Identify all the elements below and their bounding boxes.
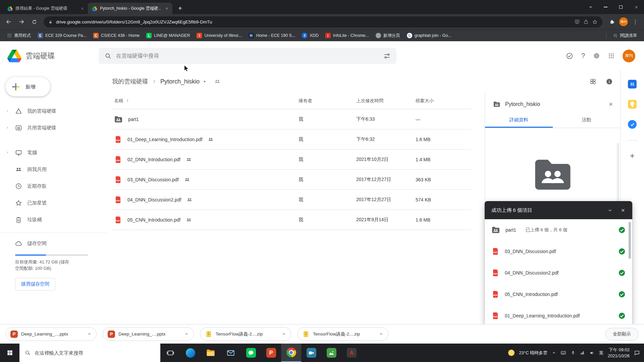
mail-icon[interactable] [221,344,241,362]
column-header-size[interactable]: 檔案大小 [416,98,471,104]
keep-icon[interactable] [628,100,637,109]
column-header-owner[interactable]: 擁有者 [299,98,356,104]
google-apps-grid-icon[interactable] [608,53,614,59]
input-language-indicator[interactable]: 英 [599,350,603,356]
settings-gear-icon[interactable] [593,52,600,59]
volume-icon[interactable] [589,350,595,356]
expand-arrow-icon[interactable] [5,151,10,154]
tab-close-icon[interactable] [164,5,170,11]
touch-keyboard-icon[interactable] [560,350,566,356]
breadcrumb-my-drive[interactable]: 我的雲端硬碟 [112,77,148,85]
column-header-modified[interactable]: 上次修改時間 [356,98,416,104]
edge-icon[interactable] [180,344,201,362]
search-options-icon[interactable] [384,53,390,59]
bookmark-newtab[interactable]: 新增分頁 [373,32,403,40]
extensions-icon[interactable] [606,16,617,27]
bookmark-ece329[interactable]: EECE 329 Course Pa... [35,32,90,40]
download-menu-chevron-icon[interactable] [184,332,189,336]
sidebar-item-my-drive[interactable]: 我的雲端硬碟 [0,103,107,119]
tab-close-icon[interactable] [79,5,85,11]
tab-details[interactable]: 詳細資料 [485,113,553,128]
expand-arrow-icon[interactable] [5,109,10,113]
get-addons-plus-icon[interactable]: + [630,152,635,160]
address-bar[interactable]: drive.google.com/drive/u/0/folders/12Gm9… [44,16,602,27]
browser-tab-pytorch-hiskio[interactable]: Pytorch_hiskio - Google 雲端硬... [88,3,172,14]
drive-search-bar[interactable] [99,48,396,64]
install-app-icon[interactable] [574,19,580,25]
details-info-icon[interactable] [606,78,613,85]
browser-profile-avatar[interactable]: 厚均 [619,17,628,26]
weather-text[interactable]: 23°C 晴時多雲 [519,350,547,356]
reading-list-button[interactable]: 閱讀清單 [610,32,640,40]
bookmark-graphlab[interactable]: Ggraphlab join - Go... [404,32,454,40]
tab-search-chevron-icon[interactable] [584,0,598,14]
share-icon[interactable] [583,19,589,24]
task-view-button[interactable] [160,344,180,362]
tasks-icon[interactable] [628,120,637,129]
bookmark-line-manager[interactable]: LLINE@ MANAGER [143,32,193,40]
url-text[interactable]: drive.google.com/drive/u/0/folders/12Gm9… [56,19,571,24]
toast-item-01-deep-learning[interactable]: 01_Deep_Learning_Introduction.pdf [485,305,632,324]
toast-item-part1[interactable]: part1 已上傳 6 個，共 6 個 [485,219,632,241]
drive-account-avatar[interactable]: 厚均 [623,50,635,62]
show-all-downloads-button[interactable]: 全部顯示 [605,328,639,341]
folder-dropdown-caret-icon[interactable] [202,79,207,84]
browser-menu-icon[interactable]: ⋮ [630,16,641,27]
screen-recorder-icon[interactable] [301,344,321,362]
acrobat-icon[interactable]: A [341,344,362,362]
file-row-01-deep-learning[interactable]: 01_Deep_Learning_Introduction.pdf 我 下午6:… [112,129,471,149]
tab-activity[interactable]: 活動 [553,113,621,128]
sort-ascending-icon[interactable]: ↑ [126,98,129,103]
taskbar-clock[interactable]: 下午 09:02 2021/10/26 [608,347,630,359]
toast-scrollbar[interactable] [629,222,631,259]
details-close-icon[interactable] [608,102,613,107]
sidebar-item-recent[interactable]: 近期存取 [0,178,107,194]
download-item-zip-1[interactable]: TensorFlow講義-2....zip [200,327,291,341]
taskbar-search-input[interactable] [35,350,155,356]
sidebar-item-trash[interactable]: 垃圾桶 [0,211,107,228]
taskbar-search-box[interactable] [19,344,160,362]
download-item-pptx-1[interactable]: P Deep_Learning_....pptx [5,327,97,341]
search-icon[interactable] [105,53,111,59]
powerpoint-icon[interactable]: P [261,344,281,362]
network-icon[interactable] [580,350,585,355]
column-header-name[interactable]: 名稱 [114,98,123,104]
file-row-03-dnn-discussion[interactable]: 03_DNN_Discussion.pdf 我 2017年12月27日 363 … [112,170,471,190]
sidebar-item-storage[interactable]: 儲存空間 [0,235,107,252]
bookmark-infolite[interactable]: iInfoLite - Chrome... [322,32,372,40]
drive-logo[interactable]: 雲端硬碟 [7,50,99,62]
new-tab-button[interactable]: + [175,3,185,13]
new-button[interactable]: 新增 [5,77,50,97]
line-icon[interactable] [241,344,261,362]
bookmark-csece438[interactable]: CCS/ECE 438 - Home [90,32,143,40]
toast-item-04-dnn-discussion2[interactable]: 04_DNN_Discussion2.pdf [485,262,632,284]
bookmark-uiuc[interactable]: IUniversity of Illinoi... [194,32,245,40]
download-item-pptx-2[interactable]: P Deep_Learning_....pptx [103,327,194,341]
expand-arrow-icon[interactable] [5,126,10,129]
toast-item-05-cnn-introduction[interactable]: 05_CNN_Introduction.pdf [485,284,632,305]
bookmark-xdd[interactable]: fXDD [299,32,321,40]
bookmark-ece190[interactable]: HHome - ECE 190 S... [246,32,299,40]
window-minimize-button[interactable] [598,0,613,14]
drive-search-input[interactable] [116,53,379,59]
sidebar-item-shared-with-me[interactable]: 與我共用 [0,161,107,178]
window-close-button[interactable] [629,0,644,14]
forward-button[interactable] [16,16,27,27]
breadcrumb-current-folder[interactable]: Pytorch_hiskio [160,78,207,85]
file-row-05-cnn-introduction[interactable]: 05_CNN_Introduction.pdf 我 2021年9月14日 1.6… [112,210,471,230]
download-menu-chevron-icon[interactable] [282,332,286,336]
buy-storage-button[interactable]: 購買儲存空間 [15,278,55,291]
file-explorer-icon[interactable] [201,344,221,362]
sidebar-item-starred[interactable]: 已加星號 [0,194,107,211]
toast-item-03-dnn-discussion[interactable]: 03_DNN_Discussion.pdf [485,241,632,262]
sidebar-item-shared-drives[interactable]: 共用雲端硬碟 [0,119,107,136]
microphone-icon[interactable] [571,350,576,355]
window-maximize-button[interactable] [613,0,629,14]
photos-app-icon[interactable] [321,344,341,362]
file-row-04-dnn-discussion2[interactable]: 04_DNN_Discussion2.pdf 我 2017年12月27日 574… [112,190,471,210]
chrome-icon[interactable] [281,344,301,362]
hidden-icons-chevron-icon[interactable] [552,351,556,355]
help-icon[interactable]: ? [581,52,585,60]
file-row-part1[interactable]: part1 我 下午6:33 — [112,109,471,129]
sidebar-item-computers[interactable]: 電腦 [0,144,107,161]
